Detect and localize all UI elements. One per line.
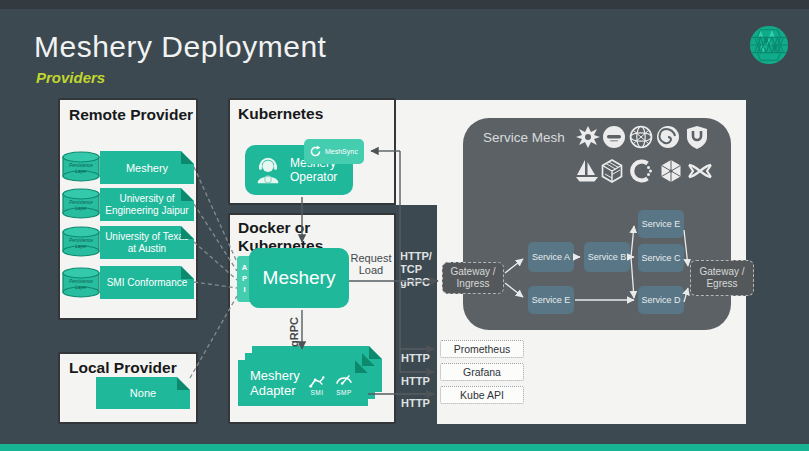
starburst-mesh-icon <box>575 124 601 150</box>
smp-badge: SMP <box>334 371 354 396</box>
meshery-ball-logo-icon <box>748 24 790 66</box>
service-c-node: Service C <box>638 244 684 272</box>
spiral-shell-icon <box>655 124 681 150</box>
remote-provider-item-uoej: University of Engineering Jaipur <box>100 188 194 221</box>
gateway-egress-node: Gateway / Egress <box>690 260 754 296</box>
svg-text:Layer: Layer <box>75 169 87 174</box>
meshsync-label: MeshSync <box>325 148 358 155</box>
slide-canvas: Meshery Deployment Providers Remote Prov… <box>0 0 809 451</box>
database-cylinder-icon: Persistence Layer <box>61 226 101 258</box>
http-tcp-grpc-label: HTTP/ TCP gRPC <box>400 250 436 289</box>
smi-badge: SMI <box>308 371 326 396</box>
prometheus-node: Prometheus <box>440 340 524 358</box>
svg-text:Layer: Layer <box>75 244 87 249</box>
service-a-node: Service A <box>528 242 574 272</box>
grafana-node: Grafana <box>440 363 524 381</box>
faceted-hex-icon <box>658 158 684 184</box>
svg-text:Layer: Layer <box>75 285 87 290</box>
database-cylinder-icon: Persistence Layer <box>61 267 101 299</box>
database-cylinder-icon: Persistence Layer <box>61 151 101 183</box>
circle-badge-icon <box>601 124 627 150</box>
http-label-3: HTTP <box>401 397 430 410</box>
remote-provider-item-meshery: Meshery <box>100 151 194 184</box>
svg-text:Persistence: Persistence <box>69 163 93 168</box>
svg-text:Persistence: Persistence <box>69 238 93 243</box>
remote-provider-item-utexas: University of Texas at Austin <box>100 226 194 259</box>
bottom-accent-bar <box>0 444 809 451</box>
local-provider-item-none: None <box>96 377 190 409</box>
page-subtitle: Providers <box>36 69 105 86</box>
smp-speedometer-icon <box>334 371 354 389</box>
top-band <box>0 0 809 9</box>
adapter-label: Meshery Adapter <box>250 368 300 398</box>
meshery-node: Meshery <box>249 248 349 308</box>
grpc-label: gRPC <box>288 317 300 347</box>
knot-icon <box>687 158 713 184</box>
service-e-top-node: Service E <box>638 210 684 238</box>
http-label-1: HTTP <box>401 352 430 365</box>
kube-api-node: Kube API <box>440 386 524 404</box>
service-e-bottom-node: Service E <box>528 286 574 314</box>
service-b-node: Service B <box>584 242 630 272</box>
arc-dots-icon <box>629 158 655 184</box>
http-label-2: HTTP <box>401 375 430 388</box>
operator-icon <box>252 154 284 186</box>
svg-text:Layer: Layer <box>75 206 87 211</box>
meshsync-node: MeshSync <box>304 139 364 164</box>
label-strip <box>396 205 437 424</box>
wire-sphere-icon <box>628 124 654 150</box>
gateway-ingress-node: Gateway / Ingress <box>442 262 504 294</box>
local-provider-title: Local Provider <box>69 359 196 377</box>
svg-text:Persistence: Persistence <box>69 279 93 284</box>
kubernetes-title: Kubernetes <box>238 105 394 123</box>
database-cylinder-icon: Persistence Layer <box>61 188 101 220</box>
sailboat-icon <box>574 158 600 184</box>
smi-robot-arm-icon <box>308 371 326 389</box>
meshery-adapter-node: Meshery Adapter SMI SMP <box>238 360 368 406</box>
svg-text:Persistence: Persistence <box>69 200 93 205</box>
page-title: Meshery Deployment <box>34 30 326 64</box>
request-load-label: Request Load <box>348 252 394 276</box>
service-d-node: Service D <box>638 286 684 314</box>
woven-cube-icon <box>599 158 625 184</box>
meshsync-icon <box>309 145 322 158</box>
remote-provider-item-smi: SMI Conformance <box>100 266 194 299</box>
shield-icon <box>684 124 710 150</box>
remote-provider-title: Remote Provider <box>69 106 196 124</box>
